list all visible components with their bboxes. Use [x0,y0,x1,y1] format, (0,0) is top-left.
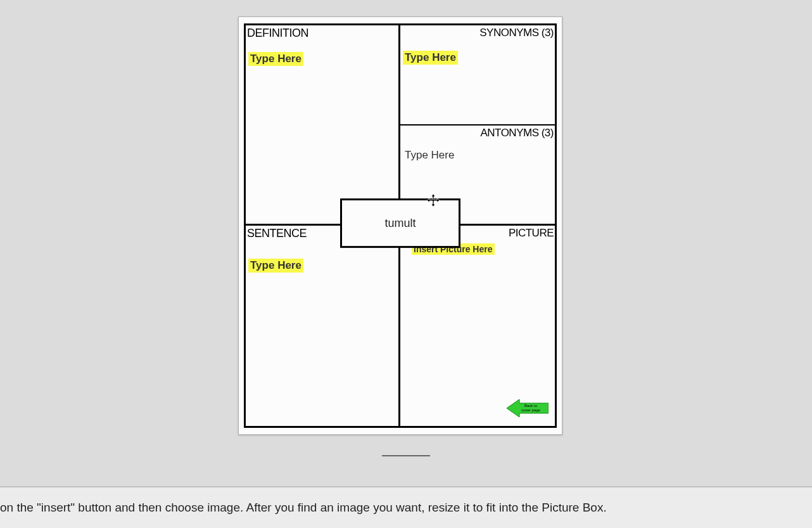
back-to-cover-button[interactable]: Back to cover page [507,398,549,418]
instruction-text: on the "insert" button and then choose i… [0,501,607,515]
sentence-input[interactable]: Type Here [248,259,303,273]
frayer-grid: DEFINITION Type Here SYNONYMS (3) Type H… [244,23,557,428]
antonyms-input[interactable]: Type Here [403,148,456,162]
back-arrow-text-1: Back to [524,404,538,408]
svg-marker-1 [427,194,440,207]
cell-sentence: SENTENCE Type Here [246,226,400,426]
move-icon[interactable] [427,194,440,207]
label-picture: PICTURE [509,227,554,240]
center-word-box[interactable]: tumult [340,198,460,248]
label-sentence: SENTENCE [247,227,307,240]
definition-input[interactable]: Type Here [248,52,303,66]
instruction-bar: on the "insert" button and then choose i… [0,486,812,528]
synonyms-input[interactable]: Type Here [403,51,458,65]
center-word: tumult [384,217,416,230]
cell-synonyms: SYNONYMS (3) Type Here [400,25,555,126]
label-antonyms: ANTONYMS (3) [480,127,554,139]
back-arrow-text-2: cover page [521,408,540,412]
label-synonyms: SYNONYMS (3) [479,27,554,39]
worksheet-page: DEFINITION Type Here SYNONYMS (3) Type H… [238,16,562,435]
cell-picture: PICTURE Insert Picture Here Back to cove… [400,226,555,426]
page-footer-rule [382,455,430,456]
label-definition: DEFINITION [247,27,308,40]
cell-definition: DEFINITION Type Here [246,25,400,226]
